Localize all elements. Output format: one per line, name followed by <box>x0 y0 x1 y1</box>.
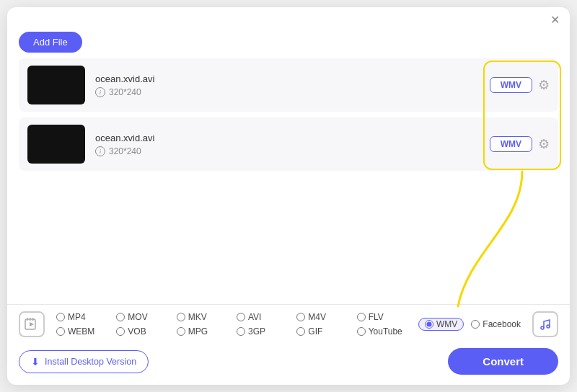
format-badge-button[interactable]: WMV <box>490 77 532 93</box>
info-icon: i <box>95 146 105 156</box>
format-mp4[interactable]: MP4 <box>53 311 113 324</box>
music-format-icon[interactable] <box>532 311 558 337</box>
format-row: MP4 MOV MKV AVI M4V FLV <box>7 305 570 341</box>
file-actions: WMV ⚙ <box>490 77 550 93</box>
format-gif[interactable]: GIF <box>294 325 353 338</box>
app-window: ✕ Add File ocean.xvid.avi i 320*240 WMV … <box>7 7 570 385</box>
format-webm[interactable]: WEBM <box>53 325 113 338</box>
bottom-panel: MP4 MOV MKV AVI M4V FLV <box>7 304 570 385</box>
format-mpg[interactable]: MPG <box>174 325 234 338</box>
file-list: ocean.xvid.avi i 320*240 WMV ⚙ ocean.xvi… <box>7 58 570 304</box>
settings-icon[interactable]: ⚙ <box>538 77 550 93</box>
toolbar: Add File <box>7 29 570 58</box>
file-meta: i 320*240 <box>95 87 490 97</box>
format-facebook[interactable]: Facebook <box>468 318 524 331</box>
file-thumbnail <box>27 125 85 164</box>
settings-icon[interactable]: ⚙ <box>538 136 550 152</box>
format-flv[interactable]: FLV <box>354 311 414 324</box>
add-file-button[interactable]: Add File <box>19 32 82 53</box>
file-name: ocean.xvid.avi <box>95 133 490 143</box>
svg-rect-3 <box>32 318 34 321</box>
file-item: ocean.xvid.avi i 320*240 WMV ⚙ <box>19 117 558 171</box>
title-bar: ✕ <box>7 7 570 29</box>
file-meta: i 320*240 <box>95 146 490 156</box>
install-label: Install Desktop Version <box>45 357 136 367</box>
svg-point-5 <box>541 326 544 329</box>
format-wmv[interactable]: WMV <box>418 318 464 331</box>
file-info: ocean.xvid.avi i 320*240 <box>85 133 490 156</box>
close-button[interactable]: ✕ <box>550 14 560 26</box>
format-m4v[interactable]: M4V <box>294 311 353 324</box>
file-info: ocean.xvid.avi i 320*240 <box>85 74 490 97</box>
format-vob[interactable]: VOB <box>113 325 173 338</box>
convert-button[interactable]: Convert <box>448 348 558 375</box>
format-grid: MP4 MOV MKV AVI M4V FLV <box>53 311 414 338</box>
info-icon: i <box>95 87 105 97</box>
svg-marker-4 <box>30 322 34 326</box>
file-thumbnail <box>27 66 85 104</box>
download-icon: ⬇ <box>31 356 40 368</box>
svg-rect-1 <box>27 318 28 321</box>
format-youtube[interactable]: YouTube <box>354 325 414 338</box>
install-desktop-button[interactable]: ⬇ Install Desktop Version <box>19 350 149 373</box>
action-bar: ⬇ Install Desktop Version Convert <box>7 341 570 385</box>
svg-rect-2 <box>30 318 31 321</box>
file-name: ocean.xvid.avi <box>95 74 490 84</box>
format-3gp[interactable]: 3GP <box>234 325 294 338</box>
file-actions: WMV ⚙ <box>490 136 550 152</box>
file-dimensions: 320*240 <box>109 146 141 156</box>
format-mkv[interactable]: MKV <box>174 311 234 324</box>
file-dimensions: 320*240 <box>109 87 141 97</box>
format-mov[interactable]: MOV <box>113 311 173 324</box>
format-badge-button[interactable]: WMV <box>490 136 532 152</box>
format-avi[interactable]: AVI <box>234 311 294 324</box>
svg-point-6 <box>547 325 550 328</box>
video-format-icon[interactable] <box>19 311 45 337</box>
file-item: ocean.xvid.avi i 320*240 WMV ⚙ <box>19 58 558 112</box>
